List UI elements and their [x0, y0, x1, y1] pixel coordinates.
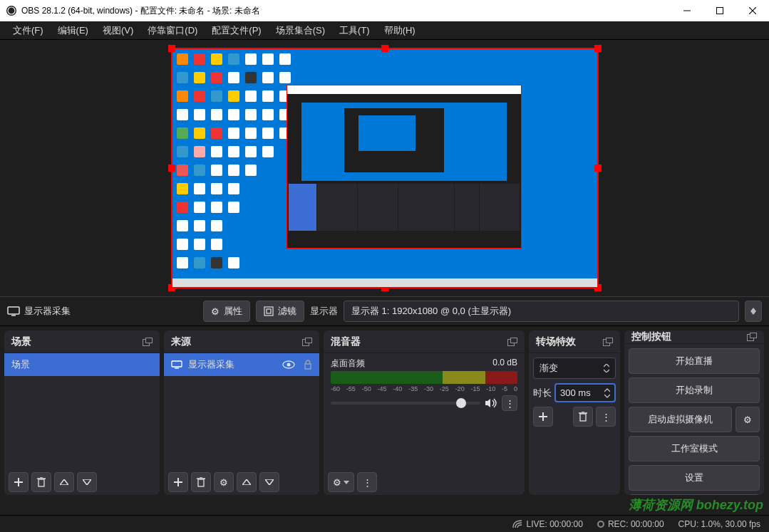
docks-row: 场景 场景 来源 显示器采集	[0, 326, 769, 499]
volume-slider[interactable]	[331, 402, 480, 405]
svg-rect-19	[172, 361, 182, 367]
mixer-more-button[interactable]: ⋮	[502, 395, 517, 411]
lock-icon[interactable]	[304, 360, 312, 370]
minimize-button[interactable]	[671, 0, 703, 21]
preview-desktop-icons	[177, 53, 294, 274]
remove-scene-button[interactable]	[31, 472, 51, 492]
svg-rect-6	[8, 307, 19, 314]
statusbar: LIVE: 00:00:00 REC: 00:00:00 CPU: 1.0%, …	[0, 515, 769, 532]
preview-area[interactable]	[0, 40, 769, 296]
add-source-button[interactable]	[168, 472, 188, 492]
mixer-channel-name: 桌面音频	[331, 358, 365, 370]
menu-help[interactable]: 帮助(H)	[377, 21, 423, 39]
svg-rect-23	[305, 364, 311, 369]
transition-select[interactable]: 渐变	[533, 358, 616, 379]
remove-source-button[interactable]	[191, 472, 211, 492]
move-source-down-button[interactable]	[259, 472, 279, 492]
record-indicator-icon	[597, 521, 604, 528]
preview-nested-window	[287, 85, 522, 249]
status-cpu: CPU: 1.0%, 30.00 fps	[678, 519, 760, 529]
menu-edit[interactable]: 编辑(E)	[51, 21, 96, 39]
audio-ticks: -60-55-50-45-40-35-30-25-20-15-10-50	[331, 385, 517, 392]
svg-rect-3	[717, 8, 723, 14]
menu-view[interactable]: 视图(V)	[96, 21, 140, 39]
sources-dock: 来源 显示器采集 ⚙	[164, 330, 319, 495]
mixer-settings-button[interactable]: ⚙	[328, 472, 354, 492]
duration-input[interactable]: 300 ms	[554, 383, 616, 402]
svg-rect-30	[511, 338, 517, 343]
preview-taskbar	[172, 278, 597, 287]
controls-title: 控制按钮	[631, 330, 671, 343]
resize-handle[interactable]	[594, 165, 602, 172]
source-properties-button[interactable]: ⚙	[214, 472, 234, 492]
resize-handle[interactable]	[168, 165, 175, 172]
transition-menu-button[interactable]: ⋮	[596, 407, 616, 427]
menu-docks[interactable]: 停靠窗口(D)	[140, 21, 205, 39]
scenes-title: 场景	[11, 335, 31, 348]
mixer-title: 混音器	[331, 335, 361, 348]
svg-rect-35	[580, 414, 586, 421]
popout-icon[interactable]	[747, 333, 757, 341]
menu-file[interactable]: 文件(F)	[6, 21, 51, 39]
resize-handle[interactable]	[594, 45, 602, 52]
resize-handle[interactable]	[381, 45, 388, 52]
scene-item[interactable]: 场景	[4, 353, 160, 376]
start-virtualcam-button[interactable]: 启动虚拟摄像机	[629, 407, 732, 432]
duration-label: 时长	[533, 387, 552, 400]
chevron-updown-icon	[604, 364, 609, 372]
status-live: LIVE: 00:00:00	[512, 519, 582, 529]
svg-rect-26	[198, 479, 204, 486]
move-source-up-button[interactable]	[237, 472, 257, 492]
gear-icon: ⚙	[211, 306, 220, 317]
display-label: 显示器	[310, 305, 338, 318]
scenes-dock: 场景 场景	[4, 330, 160, 495]
visibility-toggle[interactable]	[282, 360, 295, 369]
start-streaming-button[interactable]: 开始直播	[629, 348, 760, 374]
svg-rect-8	[264, 307, 273, 315]
display-updown[interactable]	[745, 301, 762, 322]
status-rec: REC: 00:00:00	[597, 519, 664, 529]
mixer-menu-button[interactable]: ⋮	[357, 472, 377, 492]
mixer-channel-level: 0.0 dB	[492, 358, 517, 370]
signal-icon	[512, 520, 522, 528]
properties-button[interactable]: ⚙ 属性	[203, 301, 250, 322]
spinner-icon[interactable]	[604, 388, 610, 398]
source-toolbar: 显示器采集 ⚙ 属性 滤镜 显示器 显示器 1: 1920x1080 @ 0,0…	[0, 296, 769, 326]
sources-title: 来源	[171, 335, 191, 348]
svg-rect-9	[267, 309, 271, 313]
add-scene-button[interactable]	[9, 472, 29, 492]
move-scene-down-button[interactable]	[77, 472, 97, 492]
settings-button[interactable]: 设置	[629, 465, 760, 491]
popout-icon[interactable]	[603, 338, 613, 346]
popout-icon[interactable]	[143, 338, 153, 346]
svg-rect-39	[750, 333, 757, 338]
start-recording-button[interactable]: 开始录制	[629, 377, 760, 403]
studio-mode-button[interactable]: 工作室模式	[629, 436, 760, 461]
speaker-icon[interactable]	[485, 398, 497, 408]
filters-button[interactable]: 滤镜	[256, 301, 304, 322]
popout-icon[interactable]	[302, 338, 312, 346]
remove-transition-button[interactable]	[573, 407, 593, 427]
transitions-title: 转场特效	[536, 335, 576, 348]
transitions-dock: 转场特效 渐变 时长 300 ms ⋮	[529, 330, 620, 495]
source-item[interactable]: 显示器采集	[164, 353, 319, 376]
add-transition-button[interactable]	[533, 407, 553, 427]
move-scene-up-button[interactable]	[54, 472, 74, 492]
menu-scene-collection[interactable]: 场景集合(S)	[269, 21, 332, 39]
display-select[interactable]: 显示器 1: 1920x1080 @ 0,0 (主显示器)	[344, 301, 739, 322]
menu-tools[interactable]: 工具(T)	[332, 21, 377, 39]
close-button[interactable]	[736, 0, 769, 21]
maximize-button[interactable]	[703, 0, 736, 21]
window-titlebar: OBS 28.1.2 (64-bit, windows) - 配置文件: 未命名…	[0, 0, 769, 21]
svg-rect-32	[607, 338, 613, 343]
window-title: OBS 28.1.2 (64-bit, windows) - 配置文件: 未命名…	[21, 5, 260, 17]
audio-meter	[331, 371, 517, 384]
svg-rect-14	[38, 479, 44, 486]
exit-button[interactable]: 退出	[629, 494, 760, 495]
resize-handle[interactable]	[168, 45, 175, 52]
popout-icon[interactable]	[507, 338, 517, 346]
preview-canvas[interactable]	[171, 48, 599, 288]
menu-profile[interactable]: 配置文件(P)	[205, 21, 268, 39]
virtualcam-settings-button[interactable]: ⚙	[736, 407, 760, 432]
monitor-icon	[171, 360, 182, 369]
